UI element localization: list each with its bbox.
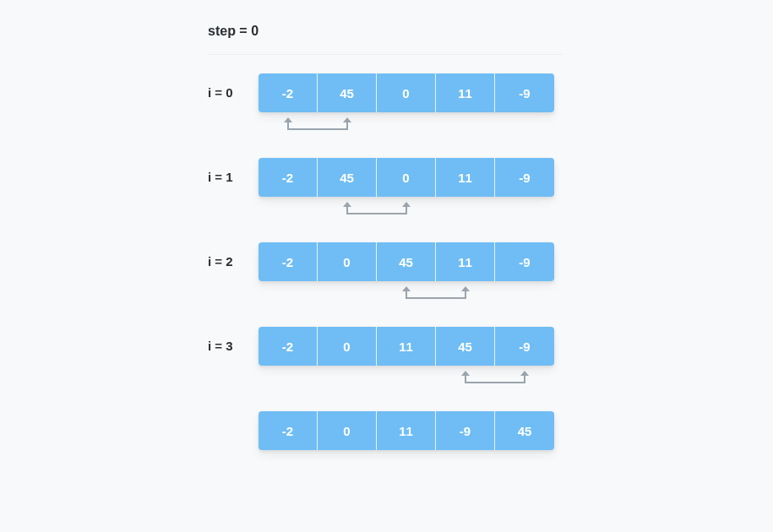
- row-label: [208, 411, 259, 423]
- array: -2 0 11 -9 45: [259, 411, 554, 450]
- compare-arrows-icon: [458, 367, 532, 389]
- array-cell: 11: [436, 158, 495, 197]
- array-cell: -9: [495, 242, 554, 281]
- array: -2 0 45 11 -9: [259, 242, 554, 281]
- array: -2 45 0 11 -9: [259, 158, 554, 197]
- array-cell: 45: [318, 158, 377, 197]
- step-label: step = 0: [208, 24, 563, 39]
- array-cell: -9: [436, 411, 495, 450]
- array-cell: -9: [495, 327, 554, 366]
- array-row: -2 0 11 -9 45: [208, 411, 563, 450]
- array-cell: 0: [318, 242, 377, 281]
- array-cell: 11: [436, 242, 495, 281]
- compare-bracket: [259, 367, 554, 393]
- row-label: i = 0: [208, 73, 259, 100]
- compare-bracket: [259, 283, 554, 308]
- array-cell: 11: [436, 73, 495, 112]
- array-row: i = 1 -2 45 0 11 -9: [208, 158, 563, 242]
- array-cell: 45: [436, 327, 495, 366]
- array-cell: -2: [259, 242, 318, 281]
- array: -2 45 0 11 -9: [259, 73, 554, 112]
- array-row: i = 0 -2 45 0 11 -9: [208, 73, 563, 158]
- compare-arrows-icon: [399, 283, 473, 305]
- array-row: i = 2 -2 0 45 11 -9: [208, 242, 563, 327]
- compare-bracket: [259, 114, 554, 139]
- row-label: i = 1: [208, 158, 259, 184]
- array-cell: -2: [259, 411, 318, 450]
- array-cell: 0: [377, 158, 436, 197]
- compare-arrows-icon: [340, 198, 414, 220]
- compare-arrows-icon: [280, 114, 355, 136]
- array-cell: -2: [259, 73, 318, 112]
- array-cell: 45: [495, 411, 554, 450]
- compare-bracket: [259, 198, 554, 224]
- array-cell: 11: [377, 411, 436, 450]
- array-cell: -2: [259, 327, 318, 366]
- row-label: i = 2: [208, 242, 259, 269]
- array-cell: -2: [259, 158, 318, 197]
- array-cell: -9: [495, 158, 554, 197]
- array-cell: 45: [318, 73, 377, 112]
- array-cell: 0: [318, 327, 377, 366]
- array-cell: 45: [377, 242, 436, 281]
- divider: [208, 54, 563, 55]
- array: -2 0 11 45 -9: [259, 327, 554, 366]
- row-label: i = 3: [208, 327, 259, 353]
- array-cell: -9: [495, 73, 554, 112]
- array-cell: 11: [377, 327, 436, 366]
- array-cell: 0: [318, 411, 377, 450]
- array-cell: 0: [377, 73, 436, 112]
- array-row: i = 3 -2 0 11 45 -9: [208, 327, 563, 411]
